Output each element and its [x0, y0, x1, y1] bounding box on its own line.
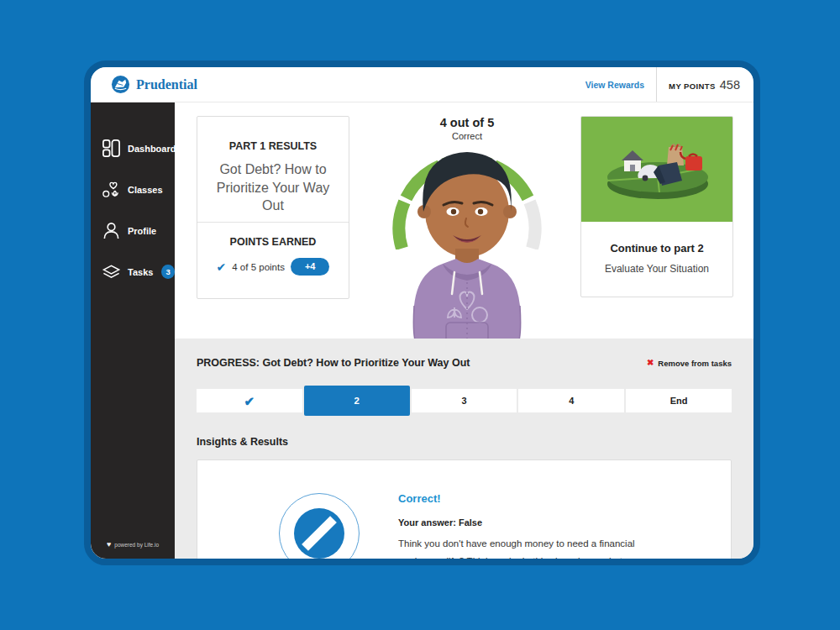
- view-rewards-link[interactable]: View Rewards: [585, 80, 656, 90]
- prudential-logo-icon: [111, 75, 130, 94]
- powered-by-text: powered by Life.io: [114, 542, 159, 548]
- prohibition-icon: [290, 504, 349, 559]
- points-earned-title: POINTS EARNED: [197, 236, 349, 248]
- step-3[interactable]: 3: [412, 389, 517, 412]
- sidebar: Dashboard Classes: [91, 102, 175, 559]
- tasks-badge: 3: [161, 265, 175, 279]
- points-earned-badge: +4: [291, 258, 330, 276]
- remove-from-tasks-button[interactable]: ✖ Remove from tasks: [647, 359, 732, 368]
- insights-card: Correct! Your answer: False Think you do…: [197, 459, 732, 559]
- continue-illustration: [581, 117, 732, 222]
- my-points-value: 458: [720, 78, 740, 92]
- heart-icon: ♥: [107, 541, 111, 549]
- desktop-background: Prudential View Rewards MY POINTS 458: [0, 0, 840, 630]
- score-text: 4 out of 5 Correct: [387, 116, 547, 141]
- sidebar-item-label: Dashboard: [128, 144, 176, 154]
- remove-from-tasks-label: Remove from tasks: [658, 359, 732, 368]
- sidebar-item-dashboard[interactable]: Dashboard: [91, 128, 175, 169]
- main-content: PART 1 RESULTS Got Debt? How to Prioriti…: [175, 102, 753, 559]
- remove-x-icon: ✖: [647, 359, 654, 367]
- part-results-title: PART 1 RESULTS: [207, 140, 339, 152]
- continue-subtitle: Evaluate Your Situation: [581, 263, 732, 275]
- sidebar-item-label: Profile: [128, 226, 156, 236]
- step-4[interactable]: 4: [518, 389, 624, 412]
- budget-pie-illustration: [581, 117, 733, 222]
- app-window: Prudential View Rewards MY POINTS 458: [84, 60, 760, 565]
- results-section: PART 1 RESULTS Got Debt? How to Prioriti…: [175, 102, 753, 339]
- check-icon: ✔: [244, 395, 255, 407]
- check-icon: ✔: [217, 261, 227, 273]
- profile-icon: [102, 221, 121, 240]
- my-points-label: MY POINTS: [669, 81, 716, 91]
- result-label: Correct!: [398, 492, 659, 505]
- classes-icon: [102, 180, 121, 199]
- dashboard-icon: [102, 139, 121, 158]
- sidebar-item-label: Classes: [128, 185, 163, 195]
- score-caption: Correct: [387, 131, 547, 141]
- avatar-illustration: [396, 141, 538, 339]
- sidebar-item-tasks[interactable]: Tasks 3: [91, 251, 175, 292]
- header-right: View Rewards MY POINTS 458: [585, 67, 753, 102]
- app-header: Prudential View Rewards MY POINTS 458: [91, 67, 753, 102]
- my-points: MY POINTS 458: [657, 78, 745, 92]
- sidebar-item-label: Tasks: [128, 267, 153, 277]
- prohibition-circle: [279, 493, 360, 559]
- continue-title: Continue to part 2: [581, 242, 732, 255]
- answer-label: Your answer: False: [398, 517, 659, 528]
- progress-section: PROGRESS: Got Debt? How to Prioritize Yo…: [175, 339, 753, 559]
- part-results-subtitle: Got Debt? How to Prioritize Your Way Out: [207, 160, 339, 215]
- step-1-done[interactable]: ✔: [197, 389, 302, 412]
- brand: Prudential: [91, 75, 197, 94]
- part-results-card: PART 1 RESULTS Got Debt? How to Prioriti…: [197, 116, 349, 299]
- score-value: 4 out of 5: [387, 116, 547, 129]
- sidebar-footer: ♥ powered by Life.io: [91, 541, 175, 549]
- sidebar-item-profile[interactable]: Profile: [91, 210, 175, 251]
- step-end[interactable]: End: [626, 389, 732, 412]
- progress-title: PROGRESS: Got Debt? How to Prioritize Yo…: [197, 357, 470, 369]
- brand-name: Prudential: [136, 77, 197, 92]
- progress-step-bar: ✔ 2 3 4 End: [197, 389, 732, 412]
- insight-body: Think you don't have enough money to nee…: [398, 535, 650, 559]
- insights-heading: Insights & Results: [197, 436, 732, 448]
- tasks-icon: [102, 262, 121, 281]
- step-2-active[interactable]: 2: [304, 386, 410, 416]
- continue-card[interactable]: Continue to part 2 Evaluate Your Situati…: [580, 116, 733, 297]
- sidebar-item-classes[interactable]: Classes: [91, 169, 175, 210]
- points-earned-text: 4 of 5 points: [232, 262, 285, 272]
